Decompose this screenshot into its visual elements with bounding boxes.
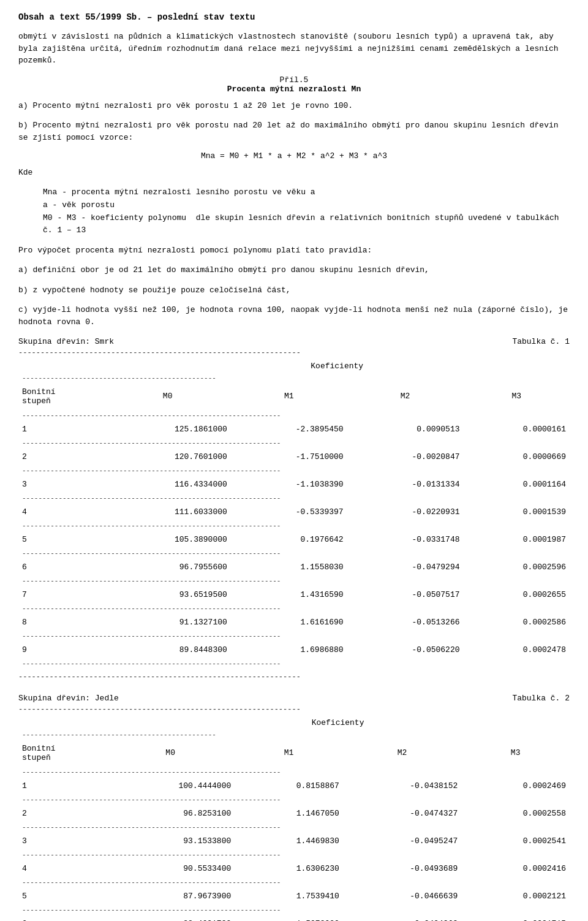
table2-section: Skupina dřevin: Jedle Tabulka č. 2 -----…: [18, 694, 570, 921]
table2-koeficienty: Koeficienty: [106, 716, 570, 727]
title-bar: Obsah a text 55/1999 Sb. – poslední stav…: [18, 12, 570, 22]
table1-dashed-top: ----------------------------------------…: [18, 349, 570, 357]
table1-col-m3: M3: [464, 385, 570, 408]
table2-col-m3: M3: [461, 742, 570, 765]
example-label: Příl.5: [18, 75, 570, 85]
def2: a - věk porostu: [43, 199, 570, 212]
section-b: b) Procento mýtní nezralosti pro věk por…: [18, 119, 570, 144]
table-row: 1125.1861000-2.38954500.00905130.0000161: [18, 423, 570, 436]
table-row: 393.15338001.4469830-0.04952470.0002541: [18, 835, 570, 847]
table2-col-m1: M1: [235, 742, 343, 765]
pravidlo-c: c) vyjde-li hodnota vyšší než 100, je ho…: [18, 304, 570, 328]
def3: M0 - M3 - koeficienty polynomu dle skupi…: [43, 212, 570, 238]
table2-col-m0: M0: [106, 742, 235, 765]
table1-col-m0: M0: [104, 385, 230, 408]
kde-label: Kde: [18, 167, 570, 179]
table1-col-m2: M2: [347, 385, 464, 408]
definitions: Mna - procenta mýtní nezralosti lesního …: [43, 186, 570, 237]
table-row: 891.13271001.6161690-0.05132660.0002586: [18, 616, 570, 629]
table1-koeficienty: Koeficienty: [104, 359, 570, 371]
table2-header-row: Skupina dřevin: Jedle Tabulka č. 2: [18, 694, 570, 703]
table1-section: Skupina dřevin: Smrk Tabulka č. 1 ------…: [18, 337, 570, 681]
table2-bonitni: Bonitní: [22, 744, 102, 753]
table2-data: Koeficienty ----------------------------…: [18, 716, 570, 921]
table1-dashed-bottom: ----------------------------------------…: [18, 673, 570, 681]
example-center-title: Příl.5 Procenta mýtní nezralosti Mn: [18, 75, 570, 94]
example-subtitle: Procenta mýtní nezralosti Mn: [18, 85, 570, 94]
table1-header-row: Skupina dřevin: Smrk Tabulka č. 1: [18, 337, 570, 346]
pravidlo-b: b) z vypočtené hodnoty se použije pouze …: [18, 284, 570, 297]
section-a: a) Procento mýtní nezralosti pro věk por…: [18, 100, 570, 112]
table-row: 5105.38900000.1976642-0.03317480.0001987: [18, 533, 570, 546]
table1-skupina-label: Skupina dřevin: Smrk: [18, 337, 114, 346]
pravidlo-a: a) definiční obor je od 21 let do maximá…: [18, 264, 570, 276]
table-row: 490.55334001.6306230-0.04936890.0002416: [18, 862, 570, 875]
table2-tabulka-label: Tabulka č. 2: [512, 694, 570, 703]
table2-col-m2: M2: [343, 742, 461, 765]
table1-bonitni: Bonitní: [22, 387, 100, 396]
table-row: 688.46017001.5978980-0.04043630.0001715: [18, 917, 570, 921]
table-row: 4111.6033000-0.5339397-0.02209310.000153…: [18, 506, 570, 518]
pravidla-intro: Pro výpočet procenta mýtní nezralosti po…: [18, 244, 570, 257]
intro-paragraph: obmýtí v závislosti na půdních a klimati…: [18, 31, 570, 67]
table-row: 793.65195001.4316590-0.05075170.0002655: [18, 588, 570, 601]
table-row: 296.82531001.1467050-0.04743270.0002558: [18, 807, 570, 820]
table2-stupen-header: stupeň: [22, 753, 102, 762]
table2-skupina-label: Skupina dřevin: Jedle: [18, 694, 119, 703]
table-row: 989.84483001.6986880-0.05062200.0002478: [18, 643, 570, 656]
table2-dashed-top: ----------------------------------------…: [18, 705, 570, 714]
table1-stupen-header: stupeň: [22, 396, 100, 406]
table1-col-m1: M1: [231, 385, 347, 408]
formula-block: Mna = M0 + M1 * a + M2 * a^2 + M3 * a^3: [18, 151, 570, 161]
table-row: 1100.44440000.8158867-0.04381520.0002469: [18, 779, 570, 792]
table-row: 696.79556001.1558030-0.04792940.0002596: [18, 561, 570, 574]
table1-tabulka-label: Tabulka č. 1: [512, 337, 570, 346]
table-row: 587.96739001.7539410-0.04666390.0002121: [18, 890, 570, 903]
table1-data: Koeficienty ----------------------------…: [18, 359, 570, 671]
def1: Mna - procenta mýtní nezralosti lesního …: [43, 186, 570, 199]
table-row: 3116.4334000-1.1038390-0.01313340.000116…: [18, 478, 570, 491]
table-row: 2120.7601000-1.7510000-0.00208470.000066…: [18, 450, 570, 463]
